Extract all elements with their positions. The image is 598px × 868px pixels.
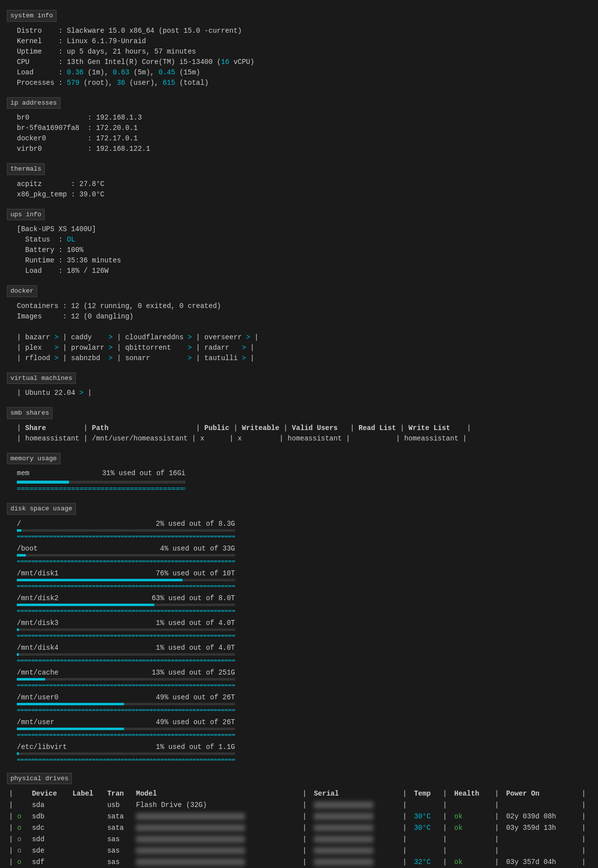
disk-root: / 2% used out of 8.3G ==================… [17, 519, 591, 541]
indicator-sdd: o [17, 835, 21, 843]
disk-root-divider: ========================================… [17, 532, 235, 541]
disk-user0-row: /mnt/user0 49% used out of 26T [17, 692, 235, 703]
drives-device-sdd: sdd [30, 834, 70, 845]
drives-col-sep1: | [300, 788, 312, 800]
thermals-text: acpitz : 27.8°C x86_pkg_temp : 39.0°C [17, 179, 591, 200]
drives-sep1-sde: | [300, 845, 312, 857]
drives-ind-sdb: | o [7, 811, 30, 822]
images-detail: 0 dangling [88, 312, 129, 320]
drives-ind-sdc: | o [7, 822, 30, 834]
drives-sep4-sdf: | [493, 857, 504, 868]
drives-tran-sdc: sata [105, 822, 134, 834]
drives-col-label: Label [70, 788, 105, 800]
drives-ind-sdf: | o [7, 857, 30, 868]
smb-text: | Share | Path | Public | Writeable | Va… [17, 423, 591, 444]
drives-label-sdf [70, 857, 105, 868]
physical-drives-section: physical drives | Device Label Tran Mode… [7, 768, 591, 868]
drives-model-sdf [134, 857, 300, 868]
drives-label-sdc [70, 822, 105, 834]
proc-sep1: (root), [79, 79, 117, 87]
images-count: 12 [71, 312, 79, 320]
kernel-value: Linux 6.1.79-Unraid [67, 37, 146, 45]
mem-divider: ========================================… [17, 484, 185, 494]
disk-cache: /mnt/cache 13% used out of 251G ========… [17, 668, 591, 689]
disk-user0-divider: ========================================… [17, 705, 235, 714]
disk-user0: /mnt/user0 49% used out of 26T =========… [17, 692, 591, 714]
disk-root-row: / 2% used out of 8.3G [17, 519, 235, 529]
disk-disk1-info: 76% used out of 10T [156, 568, 235, 579]
drives-ind-sdd: | o [7, 834, 30, 845]
drives-sep4-sdb: | [493, 811, 504, 822]
indicator-sde: o [17, 847, 21, 855]
disk-boot-path: /boot [17, 544, 38, 554]
drives-sep3-sda: | [441, 800, 452, 811]
drives-sep2-sdc: | [401, 822, 412, 834]
disk-user-row: /mnt/user 49% used out of 26T [17, 717, 235, 728]
processes-label: Processes : [17, 79, 67, 87]
load-sep1: (1m), [83, 68, 113, 76]
drives-col-serial: Serial [312, 788, 401, 800]
drives-model-sde [134, 845, 300, 857]
drives-sep5-sdc: | [580, 822, 591, 834]
drives-tran-sdb: sata [105, 811, 134, 822]
disk-disk2: /mnt/disk2 63% used out of 8.0T ========… [17, 593, 591, 615]
load5-value: 0.63 [113, 68, 129, 76]
drives-col-sep3: | [441, 788, 452, 800]
drives-col-device: Device [30, 788, 70, 800]
drives-device-sda: sda [30, 800, 70, 811]
disk-space-section: disk space usage / 2% used out of 8.3G =… [7, 498, 591, 764]
drives-sep5-sdd: | [580, 834, 591, 845]
indicator-sdb: o [17, 812, 21, 820]
table-row: | o sde sas | | | | | [7, 845, 591, 857]
load-sep2: (5m), [129, 68, 159, 76]
drives-serial-sdc [312, 822, 401, 834]
disk-disk2-divider: ========================================… [17, 606, 235, 615]
disk-disk3-path: /mnt/disk3 [17, 618, 59, 628]
drives-model-sda: Flash Drive (32G) [134, 800, 300, 811]
ups-runtime: 35:36 minutes [67, 256, 121, 264]
docker-content: Containers : 12 (12 running, 0 exited, 0… [7, 301, 591, 364]
drives-serial-sda [312, 800, 401, 811]
kernel-label: Kernel : [17, 37, 67, 45]
disk-cache-info: 13% used out of 251G [152, 668, 235, 678]
disk-libvirt-info: 1% used out of 1.1G [156, 742, 235, 752]
drives-device-sdf: sdf [30, 857, 70, 868]
docker-text: Containers : 12 (12 running, 0 exited, 0… [17, 301, 591, 364]
table-row: | o sdf sas | | 32°C | ok | 03y 357d 04h… [7, 857, 591, 868]
disk-boot: /boot 4% used out of 33G ===============… [17, 544, 591, 565]
disk-disk4-row: /mnt/disk4 1% used out of 4.0T [17, 643, 235, 653]
disk-disk2-info: 63% used out of 8.0T [152, 593, 235, 604]
memory-usage-header: memory usage [7, 453, 60, 465]
disk-user-info: 49% used out of 26T [156, 717, 235, 728]
memory-usage-content: mem 31% used out of 16Gi ===============… [7, 468, 591, 494]
ip-addresses-header: ip addresses [7, 97, 60, 109]
drives-sep1-sdd: | [300, 834, 312, 845]
drives-tbody: | sda usb Flash Drive (32G) | | | | | [7, 800, 591, 868]
drives-sep2-sdf: | [401, 857, 412, 868]
drives-temp-sdf: 32°C [412, 857, 441, 868]
thermals-section: thermals acpitz : 27.8°C x86_pkg_temp : … [7, 158, 591, 200]
drives-tran-sdf: sas [105, 857, 134, 868]
drives-sep4-sdd: | [493, 834, 504, 845]
disk-root-info: 2% used out of 8.3G [156, 519, 235, 529]
drives-serial-sdd [312, 834, 401, 845]
disk-disk4-info: 1% used out of 4.0T [156, 643, 235, 653]
drives-device-sdc: sdc [30, 822, 70, 834]
containers-detail: 12 running, 0 exited, 0 created [88, 302, 217, 310]
drives-sep5-sda: | [580, 800, 591, 811]
mem-bar-track [17, 481, 185, 484]
drives-temp-sde [412, 845, 441, 857]
smb-shares-content: | Share | Path | Public | Writeable | Va… [7, 423, 591, 444]
disk-user0-info: 49% used out of 26T [156, 692, 235, 703]
disk-space-header: disk space usage [7, 503, 76, 515]
uptime-label: Uptime : [17, 48, 67, 56]
distro-label: Distro : [17, 27, 67, 35]
disk-libvirt-path: /etc/libvirt [17, 742, 67, 752]
mem-bar-row: mem 31% used out of 16Gi [17, 468, 591, 479]
drives-sep3-sdd: | [441, 834, 452, 845]
drives-col-model: Model [134, 788, 300, 800]
ups-model: [Back-UPS XS 1400U] [17, 225, 96, 233]
disk-boot-info: 4% used out of 33G [160, 544, 235, 554]
drives-model-sdb [134, 811, 300, 822]
drives-poweron-sdd [504, 834, 580, 845]
